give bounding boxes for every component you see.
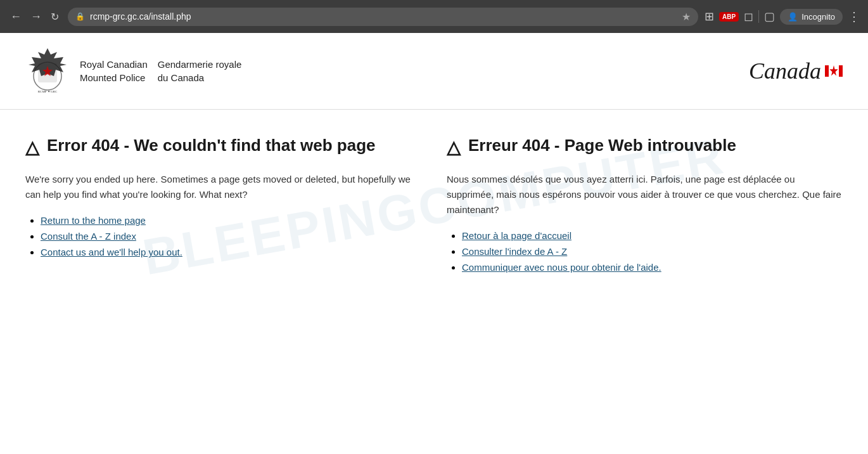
list-item: Return to the home page [41, 215, 421, 226]
french-error-heading: △ Erreur 404 - Page Web introuvable [447, 135, 843, 159]
org-name-english: Royal CanadianMounted Police [80, 58, 148, 84]
page-wrapper: RCMP ✦ GRC Royal CanadianMounted Police … [0, 33, 868, 454]
adblock-badge[interactable]: ABP [719, 12, 739, 22]
incognito-label: Incognito [801, 12, 835, 22]
browser-chrome: ← → ↻ 🔒 ★ ⊞ ABP ◻ ▢ 👤 Incognito ⋮ [0, 0, 868, 33]
list-item: Consulter l'index de A - Z [462, 246, 843, 257]
sidebar-toggle-icon[interactable]: ▢ [764, 10, 775, 23]
svg-text:RCMP ✦ GRC: RCMP ✦ GRC [38, 90, 58, 93]
english-error-links: Return to the home page Consult the A - … [25, 215, 421, 257]
canada-flag-icon [825, 65, 843, 77]
org-names: Royal CanadianMounted Police Gendarmerie… [80, 58, 241, 84]
lock-icon: 🔒 [75, 12, 85, 21]
english-error-description: We're sorry you ended up here. Sometimes… [25, 172, 421, 202]
warning-icon-fr: △ [447, 136, 461, 159]
address-bar-input[interactable] [90, 11, 677, 22]
english-link-home[interactable]: Return to the home page [41, 215, 146, 226]
french-link-az[interactable]: Consulter l'index de A - Z [462, 246, 567, 257]
tab-search-icon[interactable]: ⊞ [705, 10, 714, 23]
org-name-french: Gendarmerie royaledu Canada [158, 58, 242, 84]
french-column: △ Erreur 404 - Page Web introuvable Nous… [447, 135, 843, 278]
reload-button[interactable]: ↻ [48, 8, 61, 25]
forward-button[interactable]: → [28, 8, 44, 25]
canada-wordmark: Canada [749, 58, 843, 84]
nav-buttons: ← → ↻ [8, 8, 61, 25]
list-item: Retour à la page d'accueil [462, 230, 843, 241]
list-item: Contact us and we'll help you out. [41, 247, 421, 257]
english-column: △ Error 404 - We couldn't find that web … [25, 135, 421, 278]
bookmark-icon[interactable]: ★ [682, 11, 691, 23]
incognito-button[interactable]: 👤 Incognito [780, 9, 843, 25]
french-error-description: Nous sommes désolés que vous ayez atterr… [447, 172, 843, 217]
english-link-az[interactable]: Consult the A - Z index [41, 231, 136, 242]
canada-text: Canada [749, 58, 821, 84]
list-item: Communiquer avec nous pour obtenir de l'… [462, 262, 843, 273]
incognito-icon: 👤 [788, 12, 798, 22]
back-button[interactable]: ← [8, 8, 24, 25]
english-link-contact[interactable]: Contact us and we'll help you out. [41, 247, 182, 257]
main-content: BLEEPINGCOMPUTER △ Error 404 - We couldn… [0, 110, 868, 303]
browser-actions: ⊞ ABP ◻ ▢ 👤 Incognito ⋮ [705, 9, 860, 25]
extensions-icon[interactable]: ◻ [744, 10, 753, 23]
logo-section: RCMP ✦ GRC Royal CanadianMounted Police … [25, 46, 241, 96]
toolbar-divider [758, 10, 759, 23]
site-header: RCMP ✦ GRC Royal CanadianMounted Police … [0, 33, 868, 110]
address-bar-container: 🔒 ★ [68, 8, 698, 26]
rcmp-crest-logo: RCMP ✦ GRC [25, 46, 70, 96]
browser-menu-button[interactable]: ⋮ [848, 9, 860, 24]
warning-icon-en: △ [25, 136, 39, 159]
french-error-links: Retour à la page d'accueil Consulter l'i… [447, 230, 843, 273]
list-item: Consult the A - Z index [41, 231, 421, 242]
english-error-heading: △ Error 404 - We couldn't find that web … [25, 135, 421, 159]
french-link-contact[interactable]: Communiquer avec nous pour obtenir de l'… [462, 262, 661, 273]
french-link-home[interactable]: Retour à la page d'accueil [462, 230, 571, 241]
